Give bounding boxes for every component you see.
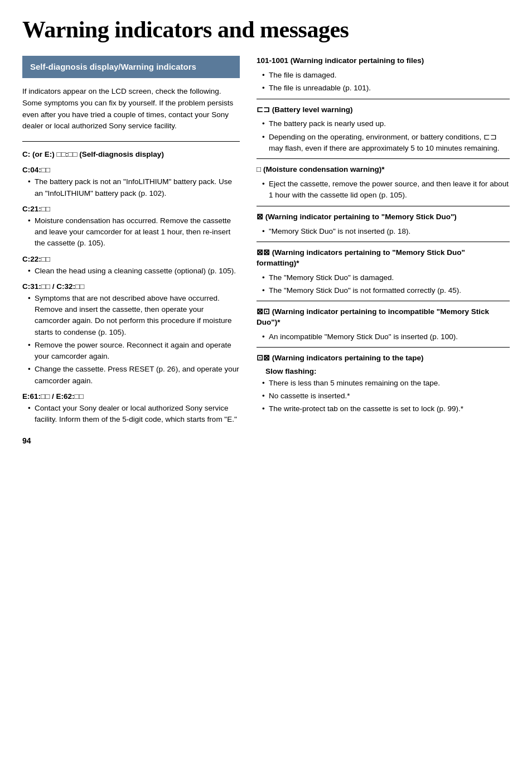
code-c31-c32-bullets: Symptoms that are not described above ha…: [22, 293, 240, 387]
list-item: No cassette is inserted.*: [262, 390, 510, 402]
list-item: An incompatible "Memory Stick Duo" is in…: [262, 331, 510, 343]
list-item: Remove the power source. Reconnect it ag…: [28, 340, 240, 363]
code-c22-bullets: Clean the head using a cleaning cassette…: [22, 266, 240, 277]
section-memorystick-bullets: "Memory Stick Duo" is not inserted (p. 1…: [257, 226, 510, 237]
intro-paragraph: If indicators appear on the LCD screen, …: [22, 86, 240, 133]
list-item: The "Memory Stick Duo" is damaged.: [262, 272, 510, 283]
section-box-self-diagnosis: Self-diagnosis display/Warning indicator…: [22, 56, 240, 78]
code-c04-bullets: The battery pack is not an "InfoLITHIUM"…: [22, 176, 240, 199]
page-number: 94: [22, 436, 240, 445]
c-or-e-title: C: (or E:) □□:□□ (Self-diagnosis display…: [22, 150, 240, 160]
list-item: The file is unreadable (p. 101).: [262, 83, 510, 94]
list-item: Change the cassette. Press RESET (p. 26)…: [28, 364, 240, 387]
list-item: Clean the head using a cleaning cassette…: [28, 266, 240, 277]
code-e61-e62: E:61:□□ / E:62:□□: [22, 392, 240, 401]
main-layout: Self-diagnosis display/Warning indicator…: [22, 56, 510, 445]
section-moisture: □ (Moisture condensation warning)* Eject…: [257, 158, 510, 201]
section-memorystick-incompat-bullets: An incompatible "Memory Stick Duo" is in…: [257, 331, 510, 343]
code-c04: C:04:□□: [22, 166, 240, 174]
section-memorystick-title: ⊠ (Warning indicator pertaining to "Memo…: [257, 206, 510, 223]
list-item: The file is damaged.: [262, 70, 510, 81]
section-battery: ⊏⊐ (Battery level warning) The battery p…: [257, 99, 510, 155]
list-item: The battery pack is not an "InfoLITHIUM"…: [28, 176, 240, 199]
section-memorystick-format-bullets: The "Memory Stick Duo" is damaged. The "…: [257, 272, 510, 297]
section-files: 101-1001 (Warning indicator pertaining t…: [257, 56, 510, 94]
page-title: Warning indicators and messages: [22, 17, 510, 42]
list-item: Symptoms that are not described above ha…: [28, 293, 240, 338]
code-c21: C:21:□□: [22, 205, 240, 213]
section-tape-bullets: There is less than 5 minutes remaining o…: [257, 378, 510, 415]
list-item: Depending on the operating, environment,…: [262, 132, 510, 155]
right-column: 101-1001 (Warning indicator pertaining t…: [257, 56, 510, 445]
section-memorystick-incompat-title: ⊠⊡ (Warning indicator pertaining to inco…: [257, 301, 510, 328]
code-c31-c32: C:31:□□ / C:32:□□: [22, 282, 240, 291]
code-e61-e62-bullets: Contact your Sony dealer or local author…: [22, 403, 240, 426]
section-memorystick-format-title: ⊠⊠ (Warning indicators pertaining to "Me…: [257, 242, 510, 269]
code-c21-bullets: Moisture condensation has occurred. Remo…: [22, 215, 240, 249]
section-memorystick-incompat: ⊠⊡ (Warning indicator pertaining to inco…: [257, 301, 510, 343]
section-memorystick: ⊠ (Warning indicator pertaining to "Memo…: [257, 206, 510, 237]
section-battery-title: ⊏⊐ (Battery level warning): [257, 99, 510, 115]
code-c22: C:22:□□: [22, 255, 240, 263]
list-item: Eject the cassette, remove the power sou…: [262, 179, 510, 201]
list-item: There is less than 5 minutes remaining o…: [262, 378, 510, 389]
section-moisture-bullets: Eject the cassette, remove the power sou…: [257, 179, 510, 201]
intro-line-2: Some symptoms you can fix by yourself. I…: [22, 99, 233, 131]
section-tape-title: ⊡⊠ (Warning indicators pertaining to the…: [257, 347, 510, 364]
left-column: Self-diagnosis display/Warning indicator…: [22, 56, 240, 445]
divider-1: [22, 141, 240, 142]
list-item: Contact your Sony dealer or local author…: [28, 403, 240, 426]
section-files-title: 101-1001 (Warning indicator pertaining t…: [257, 56, 510, 66]
slow-flash-label: Slow flashing:: [257, 367, 510, 375]
section-files-bullets: The file is damaged. The file is unreada…: [257, 70, 510, 94]
list-item: Moisture condensation has occurred. Remo…: [28, 215, 240, 249]
list-item: The write-protect tab on the cassette is…: [262, 403, 510, 414]
section-battery-bullets: The battery pack is nearly used up. Depe…: [257, 118, 510, 154]
list-item: "Memory Stick Duo" is not inserted (p. 1…: [262, 226, 510, 237]
section-moisture-title: □ (Moisture condensation warning)*: [257, 158, 510, 175]
section-tape: ⊡⊠ (Warning indicators pertaining to the…: [257, 347, 510, 415]
section-memorystick-format: ⊠⊠ (Warning indicators pertaining to "Me…: [257, 242, 510, 296]
list-item: The battery pack is nearly used up.: [262, 118, 510, 129]
list-item: The "Memory Stick Duo" is not formatted …: [262, 285, 510, 296]
intro-line-1: If indicators appear on the LCD screen, …: [22, 87, 221, 95]
